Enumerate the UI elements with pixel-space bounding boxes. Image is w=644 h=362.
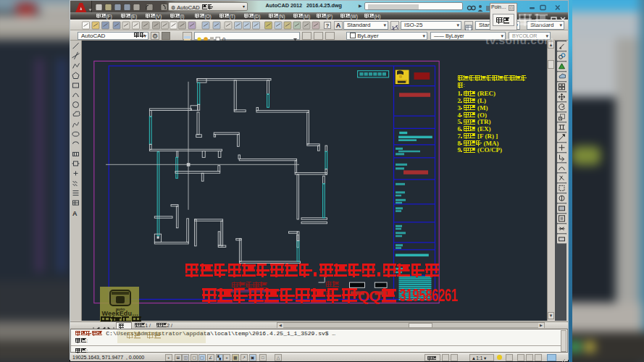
svg-text:A: A [72, 210, 78, 217]
